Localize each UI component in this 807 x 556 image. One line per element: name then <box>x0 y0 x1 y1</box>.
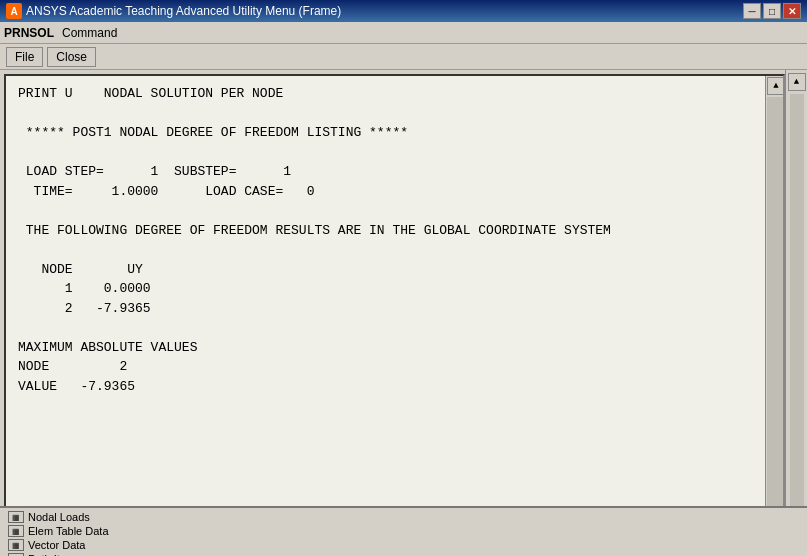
scroll-up-button[interactable]: ▲ <box>767 77 785 95</box>
status-elem-table-data[interactable]: ▦ Elem Table Data <box>6 524 801 538</box>
main-wrapper: PRINT U NODAL SOLUTION PER NODE ***** PO… <box>0 70 807 556</box>
status-vector-data[interactable]: ▦ Vector Data <box>6 538 801 552</box>
close-menu-button[interactable]: Close <box>47 47 96 67</box>
panel-scroll-track <box>790 94 804 534</box>
output-area[interactable]: PRINT U NODAL SOLUTION PER NODE ***** PO… <box>6 76 765 535</box>
status-path-items[interactable]: ▦ Path Items <box>6 552 801 556</box>
window-controls: ─ □ ✕ <box>743 3 801 19</box>
output-content: PRINT U NODAL SOLUTION PER NODE ***** PO… <box>6 76 765 404</box>
vertical-scrollbar[interactable]: ▲ ▼ <box>765 76 783 535</box>
nodal-loads-icon: ▦ <box>8 511 24 523</box>
status-nodal-loads[interactable]: ▦ Nodal Loads <box>6 510 801 524</box>
program-menu-bar: PRNSOL Command <box>0 22 807 44</box>
close-button[interactable]: ✕ <box>783 3 801 19</box>
scroll-track-vertical[interactable] <box>767 97 783 514</box>
minimize-button[interactable]: ─ <box>743 3 761 19</box>
elem-table-data-label: Elem Table Data <box>28 525 109 537</box>
nodal-loads-label: Nodal Loads <box>28 511 90 523</box>
vector-data-icon: ▦ <box>8 539 24 551</box>
maximize-button[interactable]: □ <box>763 3 781 19</box>
toolbar: File Close <box>0 44 807 70</box>
panel-scroll-up[interactable]: ▲ <box>788 73 806 91</box>
elem-table-icon: ▦ <box>8 525 24 537</box>
file-menu-button[interactable]: File <box>6 47 43 67</box>
app-icon: A <box>6 3 22 19</box>
command-label[interactable]: Command <box>62 26 117 40</box>
right-panel: ▲ ▼ <box>785 70 807 556</box>
title-bar: A ANSYS Academic Teaching Advanced Utili… <box>0 0 807 22</box>
window-title: ANSYS Academic Teaching Advanced Utility… <box>26 4 743 18</box>
program-label: PRNSOL <box>4 26 54 40</box>
vector-data-label: Vector Data <box>28 539 85 551</box>
bottom-status-panel: ▦ Nodal Loads ▦ Elem Table Data ▦ Vector… <box>0 506 807 556</box>
